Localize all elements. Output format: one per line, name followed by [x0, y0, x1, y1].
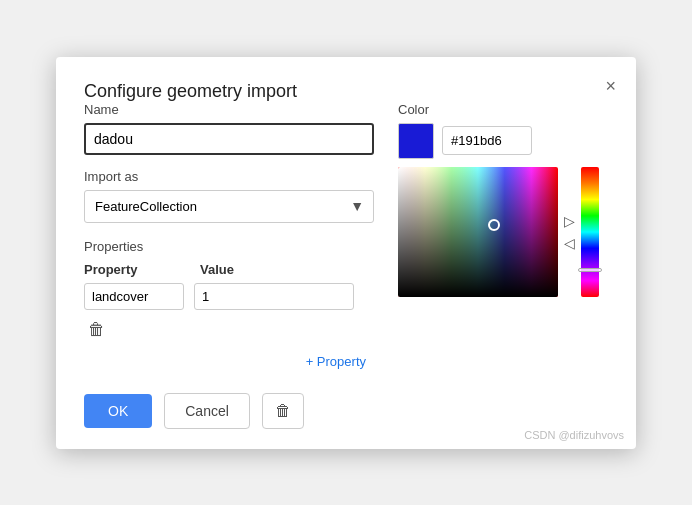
delete-button[interactable]: 🗑: [262, 393, 304, 429]
close-button[interactable]: ×: [601, 73, 620, 99]
color-label: Color: [398, 102, 608, 117]
property-value-input[interactable]: [194, 283, 354, 310]
black-layer: [398, 167, 558, 297]
name-label: Name: [84, 102, 374, 117]
hue-slider: [581, 167, 599, 297]
add-property-button[interactable]: + Property: [298, 350, 374, 373]
name-input[interactable]: [84, 123, 374, 155]
cancel-button[interactable]: Cancel: [164, 393, 250, 429]
left-panel: Name Import as FeatureCollection Geometr…: [84, 102, 374, 373]
watermark: CSDN @difizuhvovs: [524, 429, 624, 441]
color-swatch[interactable]: [398, 123, 434, 159]
value-col-header: Value: [200, 262, 360, 277]
footer-row: OK Cancel 🗑: [84, 393, 608, 429]
color-hex-input[interactable]: [442, 126, 532, 155]
import-as-select[interactable]: FeatureCollection Geometry: [84, 190, 374, 223]
arrow-right-button[interactable]: ▷: [562, 212, 577, 230]
property-header-row: Property Value: [84, 262, 374, 277]
property-name-input[interactable]: [84, 283, 184, 310]
properties-label: Properties: [84, 239, 374, 254]
property-col-header: Property: [84, 262, 184, 277]
hue-slider-wrapper[interactable]: [581, 167, 599, 297]
property-row: [84, 283, 374, 310]
color-picker-wrapper: ▷ ◁: [398, 167, 608, 297]
ok-button[interactable]: OK: [84, 394, 152, 428]
delete-property-button[interactable]: 🗑: [84, 318, 109, 342]
color-panel: Color ▷ ◁: [398, 102, 608, 373]
dialog-title: Configure geometry import: [84, 81, 297, 101]
arrow-left-button[interactable]: ◁: [562, 234, 577, 252]
hue-thumb: [578, 268, 602, 272]
import-as-wrapper: FeatureCollection Geometry ▼: [84, 190, 374, 223]
arrow-buttons: ▷ ◁: [562, 167, 577, 297]
configure-geometry-dialog: Configure geometry import × Name Import …: [56, 57, 636, 449]
color-preview-row: [398, 123, 608, 159]
saturation-picker[interactable]: [398, 167, 558, 297]
import-as-label: Import as: [84, 169, 374, 184]
